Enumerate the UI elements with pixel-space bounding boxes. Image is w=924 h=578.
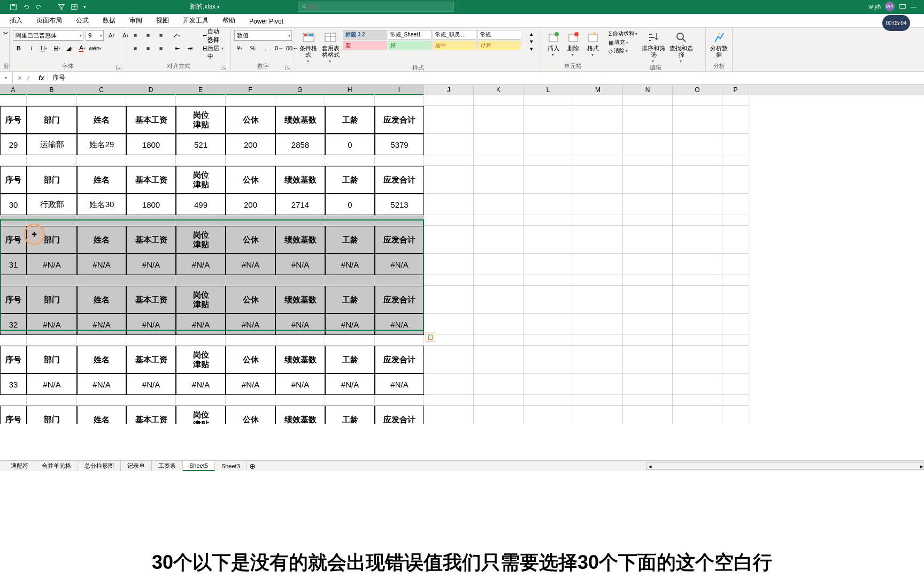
minimize-icon[interactable]: — [911, 3, 917, 10]
formula-input[interactable]: 序号 [48, 73, 924, 82]
header-cell[interactable]: 基本工资 [126, 226, 176, 254]
empty-cell[interactable] [573, 194, 623, 215]
header-cell[interactable]: 姓名 [77, 226, 126, 254]
fill-color-button[interactable]: ◢▾ [64, 43, 76, 54]
empty-cell[interactable] [523, 286, 573, 314]
empty-cell[interactable] [673, 406, 722, 424]
find-select-button[interactable]: 查找和选择▾ [668, 30, 694, 64]
data-cell[interactable]: #N/A [176, 374, 226, 395]
decrease-indent-icon[interactable]: ⇤ [171, 43, 183, 54]
blank-cell[interactable] [474, 155, 523, 166]
empty-cell[interactable] [722, 134, 749, 155]
blank-cell[interactable] [375, 215, 424, 226]
data-cell[interactable]: 姓名29 [77, 134, 126, 155]
save-icon[interactable] [10, 3, 17, 11]
sheet-tab-tongpeifu[interactable]: 通配符 [4, 461, 35, 471]
header-cell[interactable]: 应发合计 [375, 226, 424, 254]
blank-cell[interactable] [275, 395, 325, 406]
blank-cell[interactable] [523, 95, 573, 106]
tab-data[interactable]: 数据 [101, 14, 118, 27]
search-input[interactable] [308, 4, 453, 10]
style-title32[interactable]: 标题 3 2 [343, 30, 387, 40]
tab-developer[interactable]: 开发工具 [181, 14, 211, 27]
empty-cell[interactable] [673, 226, 722, 254]
font-color-button[interactable]: A▾ [77, 43, 89, 54]
blank-cell[interactable] [126, 275, 176, 286]
header-cell[interactable]: 工龄 [325, 166, 375, 194]
col-header-l[interactable]: L [523, 85, 573, 95]
enter-formula-icon[interactable]: ✓ [26, 74, 31, 82]
blank-cell[interactable] [424, 395, 474, 406]
empty-cell[interactable] [573, 286, 623, 314]
blank-cell[interactable] [722, 155, 749, 166]
blank-cell[interactable] [722, 215, 749, 226]
blank-cell[interactable] [0, 275, 27, 286]
col-header-c[interactable]: C [77, 85, 126, 95]
style-normal-zhiyuan[interactable]: 常规_职员... [433, 30, 476, 40]
header-cell[interactable]: 序号 [0, 106, 27, 134]
data-cell[interactable]: 2858 [275, 134, 325, 155]
avatar[interactable]: WY [885, 2, 895, 11]
blank-cell[interactable] [325, 95, 375, 106]
data-cell[interactable]: #N/A [77, 374, 126, 395]
header-cell[interactable]: 公休 [226, 346, 275, 374]
header-cell[interactable]: 序号 [0, 166, 27, 194]
data-cell[interactable]: #N/A [275, 314, 325, 335]
tab-formulas[interactable]: 公式 [74, 14, 91, 27]
header-cell[interactable]: 序号 [0, 286, 27, 314]
empty-cell[interactable] [474, 374, 523, 395]
blank-cell[interactable] [722, 95, 749, 106]
empty-cell[interactable] [722, 254, 749, 275]
header-cell[interactable]: 序号 [0, 226, 27, 254]
data-cell[interactable]: 行政部 [27, 194, 77, 215]
empty-cell[interactable] [424, 254, 474, 275]
border-button[interactable]: ⊞▾ [51, 43, 63, 54]
empty-cell[interactable] [623, 314, 673, 335]
font-name-select[interactable]: 阿里巴巴普惠体▾ [13, 30, 83, 41]
orientation-icon[interactable]: ⤢▾ [171, 30, 183, 41]
header-cell[interactable]: 姓名 [77, 286, 126, 314]
empty-cell[interactable] [424, 374, 474, 395]
bold-button[interactable]: B [13, 43, 25, 54]
header-cell[interactable]: 序号 [0, 346, 27, 374]
blank-cell[interactable] [375, 155, 424, 166]
sort-filter-button[interactable]: 排序和筛选▾ [641, 30, 666, 64]
blank-cell[interactable] [573, 395, 623, 406]
header-cell[interactable]: 工龄 [325, 226, 375, 254]
blank-cell[interactable] [474, 275, 523, 286]
empty-cell[interactable] [573, 254, 623, 275]
data-cell[interactable]: 5213 [375, 194, 424, 215]
data-cell[interactable]: #N/A [77, 254, 126, 275]
empty-cell[interactable] [573, 106, 623, 134]
empty-cell[interactable] [474, 314, 523, 335]
blank-cell[interactable] [673, 275, 722, 286]
data-cell[interactable]: 运输部 [27, 134, 77, 155]
header-cell[interactable]: 应发合计 [375, 346, 424, 374]
blank-cell[interactable] [573, 215, 623, 226]
col-header-k[interactable]: K [474, 85, 523, 95]
blank-cell[interactable] [176, 95, 226, 106]
font-size-select[interactable]: 9▾ [86, 30, 104, 41]
data-cell[interactable]: 1800 [126, 134, 176, 155]
header-cell[interactable]: 公休 [226, 406, 275, 424]
empty-cell[interactable] [623, 286, 673, 314]
col-header-g[interactable]: G [275, 85, 325, 95]
blank-cell[interactable] [27, 275, 77, 286]
header-cell[interactable]: 基本工资 [126, 346, 176, 374]
blank-cell[interactable] [27, 335, 77, 346]
style-neutral[interactable]: 适中 [433, 41, 476, 50]
empty-cell[interactable] [573, 406, 623, 424]
empty-cell[interactable] [673, 106, 722, 134]
blank-cell[interactable] [275, 275, 325, 286]
empty-cell[interactable] [722, 314, 749, 335]
blank-cell[interactable] [176, 335, 226, 346]
data-cell[interactable]: #N/A [77, 314, 126, 335]
empty-cell[interactable] [523, 166, 573, 194]
empty-cell[interactable] [474, 286, 523, 314]
data-cell[interactable]: 30 [0, 194, 27, 215]
paste-options-icon[interactable]: 📋 [426, 332, 435, 341]
data-cell[interactable]: #N/A [226, 254, 275, 275]
tab-review[interactable]: 审阅 [127, 14, 144, 27]
style-expand-icon[interactable]: ▾ [526, 45, 537, 52]
empty-cell[interactable] [523, 314, 573, 335]
